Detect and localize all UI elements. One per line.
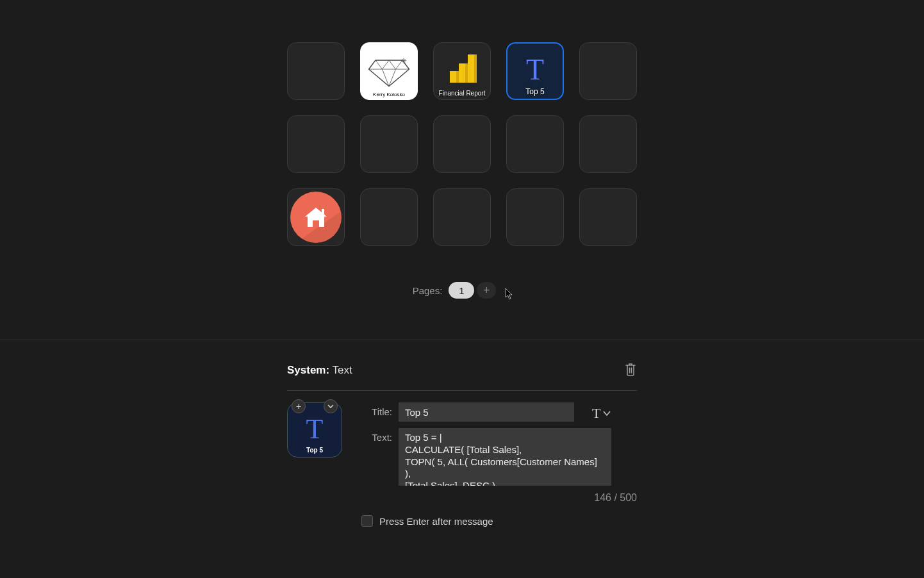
char-counter: 146 / 500 xyxy=(361,492,637,504)
tile-grid: Kerry Kolosko Financial ReportT Top 5 xyxy=(287,42,637,246)
edit-panel: System: Text + T Top 5 xyxy=(287,362,637,527)
bottom-section: System: Text + T Top 5 xyxy=(0,340,924,527)
tile-13[interactable] xyxy=(506,188,564,246)
delete-button[interactable] xyxy=(624,362,637,379)
svg-rect-5 xyxy=(474,54,477,83)
checkbox-row: Press Enter after message xyxy=(361,515,637,527)
tile-11[interactable] xyxy=(360,188,418,246)
tile-2[interactable]: Financial Report xyxy=(433,42,491,100)
tile-6[interactable] xyxy=(360,115,418,173)
text-row: Text: xyxy=(361,428,637,486)
chevron-down-icon xyxy=(603,410,611,417)
text-icon: T xyxy=(306,413,324,445)
svg-rect-2 xyxy=(459,63,465,83)
svg-rect-0 xyxy=(450,71,456,83)
edit-row: + T Top 5 Title: T xyxy=(287,391,637,527)
preview-column: + T Top 5 xyxy=(287,402,351,527)
page-1-button[interactable]: 1 xyxy=(449,282,474,299)
tile-8[interactable] xyxy=(506,115,564,173)
text-icon: T xyxy=(526,53,544,87)
tile-label: Kerry Kolosko xyxy=(361,92,417,97)
panel-title: System: Text xyxy=(287,364,352,377)
tile-14[interactable] xyxy=(579,188,637,246)
svg-rect-4 xyxy=(468,54,474,83)
tile-12[interactable] xyxy=(433,188,491,246)
tile-1[interactable]: Kerry Kolosko xyxy=(360,42,418,100)
svg-rect-1 xyxy=(456,71,459,83)
pager-row: Pages: 1 + xyxy=(413,282,512,299)
panel-header: System: Text xyxy=(287,362,637,391)
tile-label: Top 5 xyxy=(507,87,563,96)
title-label: Title: xyxy=(361,402,392,417)
diamond-icon xyxy=(367,54,411,89)
cursor-icon xyxy=(505,288,514,300)
text-label: Text: xyxy=(361,428,392,443)
preview-tile[interactable]: + T Top 5 xyxy=(287,402,342,458)
chevron-down-icon xyxy=(327,404,334,409)
pager-label: Pages: xyxy=(413,285,443,296)
page-add-button[interactable]: + xyxy=(477,282,496,299)
top-section: Kerry Kolosko Financial ReportT Top 5 Pa… xyxy=(0,0,924,340)
bar-chart-icon xyxy=(446,52,478,84)
preview-tile-label: Top 5 xyxy=(288,447,342,454)
press-enter-label: Press Enter after message xyxy=(379,516,493,527)
tile-5[interactable] xyxy=(287,115,345,173)
type-picker[interactable]: T xyxy=(592,402,611,422)
system-value: Text xyxy=(333,364,352,376)
tile-7[interactable] xyxy=(433,115,491,173)
svg-rect-6 xyxy=(322,209,324,214)
home-circle xyxy=(290,192,342,243)
title-input[interactable] xyxy=(399,402,574,422)
preview-options-button[interactable] xyxy=(324,399,338,413)
tile-label: Financial Report xyxy=(434,90,490,97)
system-label: System: xyxy=(287,364,329,376)
tile-3[interactable]: T Top 5 xyxy=(506,42,564,100)
home-icon xyxy=(302,204,329,231)
type-text-icon: T xyxy=(592,405,600,422)
svg-rect-3 xyxy=(465,63,468,83)
title-row: Title: T xyxy=(361,402,637,422)
fields-column: Title: T Text: 146 / 500 Press Enter aft… xyxy=(361,402,637,527)
tile-10[interactable] xyxy=(287,188,345,246)
press-enter-checkbox[interactable] xyxy=(361,515,373,527)
text-input[interactable] xyxy=(399,428,611,486)
tile-9[interactable] xyxy=(579,115,637,173)
trash-icon xyxy=(624,362,637,376)
tile-0[interactable] xyxy=(287,42,345,100)
tile-4[interactable] xyxy=(579,42,637,100)
preview-add-button[interactable]: + xyxy=(292,399,306,413)
